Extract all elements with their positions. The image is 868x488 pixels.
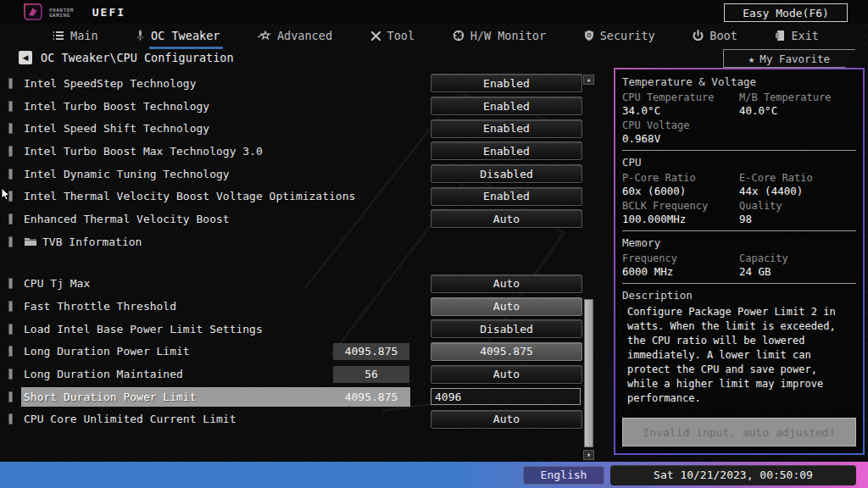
setting-row[interactable]: Long Duration Power Limit4095.8754095.87… xyxy=(0,341,598,363)
setting-bullet-icon xyxy=(8,101,13,112)
setting-bullet-icon xyxy=(8,146,13,157)
tab-label: H/W Monitor xyxy=(470,29,546,42)
setting-row[interactable]: Intel Thermal Velocity Boost Voltage Opt… xyxy=(0,185,598,208)
scroll-up-button[interactable]: ▲ xyxy=(583,75,594,85)
field-grid: Frequency6000 MHzCapacity24 GB xyxy=(622,252,856,278)
easy-mode-button[interactable]: Easy Mode(F6) xyxy=(724,3,848,22)
field-label: P-Core Ratio xyxy=(622,172,739,184)
value-dropdown[interactable]: Enabled xyxy=(431,119,582,138)
menu-icon xyxy=(53,30,64,41)
scroll-down-button[interactable]: ▼ xyxy=(583,450,594,460)
setting-label: CPU Core Unlimited Current Limit xyxy=(24,413,236,425)
language-button[interactable]: English xyxy=(523,466,604,485)
setting-bullet-icon xyxy=(8,391,13,402)
field-value: 34.0°C xyxy=(622,104,739,117)
setting-label: Intel Thermal Velocity Boost Voltage Opt… xyxy=(24,190,355,202)
info-field: E-Core Ratio44x (4400) xyxy=(739,172,856,197)
info-sections: Temperature & VoltageCPU Temperature34.0… xyxy=(622,75,856,406)
setting-row[interactable]: Intel Dynamic Tuning TechnologyDisabled xyxy=(0,163,598,186)
breadcrumb-row: ◀ OC Tweaker\CPU Configuration ★ My Favo… xyxy=(0,49,868,69)
group-gap xyxy=(0,253,598,273)
tab-label: Boot xyxy=(709,29,737,42)
setting-row[interactable]: Long Duration Maintained56Auto xyxy=(0,363,598,385)
info-section: MemoryFrequency6000 MHzCapacity24 GB xyxy=(622,236,856,278)
setting-bullet-icon xyxy=(8,278,13,289)
info-field: M/B Temperature40.0°C xyxy=(739,92,856,117)
value-dropdown[interactable]: Enabled xyxy=(431,141,582,160)
setting-row[interactable]: Short Duration Power Limit4095.8754096 xyxy=(0,385,598,408)
setting-label: Long Duration Power Limit xyxy=(24,345,190,358)
section-title: CPU xyxy=(622,156,856,169)
brand-text: PHANTOM GAMING xyxy=(49,8,74,18)
field-value: 0.968V xyxy=(622,132,739,145)
scrollbar: ▲ ▼ xyxy=(583,75,594,464)
setting-row[interactable]: Intel Turbo Boost Max Technology 3.0Enab… xyxy=(0,140,598,163)
tab-label: Exit xyxy=(791,29,819,42)
field-label: BCLK Frequency xyxy=(622,200,739,212)
tab-label: Main xyxy=(70,29,98,42)
scrollbar-thumb[interactable] xyxy=(584,299,593,447)
value-dropdown[interactable]: Auto xyxy=(431,274,582,293)
info-section: Temperature & VoltageCPU Temperature34.0… xyxy=(622,75,856,145)
setting-row[interactable]: Load Intel Base Power Limit SettingsDisa… xyxy=(0,318,598,341)
setting-row[interactable]: Fast Throttle ThresholdAuto xyxy=(0,295,598,318)
setting-bullet-icon xyxy=(8,169,13,180)
monitor-icon xyxy=(453,30,465,42)
value-dropdown[interactable]: Auto xyxy=(431,410,582,429)
tab-security[interactable]: Security xyxy=(584,24,655,47)
value-input[interactable]: 4096 xyxy=(431,388,581,405)
value-dropdown[interactable]: 4095.875 xyxy=(431,342,582,361)
setting-label: Long Duration Maintained xyxy=(24,368,183,380)
settings-list: Intel SpeedStep TechnologyEnabledIntel T… xyxy=(0,72,598,430)
tab-h-w-monitor[interactable]: H/W Monitor xyxy=(453,24,546,47)
field-label: M/B Temperature xyxy=(739,92,856,103)
info-field: CPU Voltage0.968V xyxy=(622,119,739,145)
value-dropdown[interactable]: Disabled xyxy=(431,319,582,338)
setting-label: CPU Tj Max xyxy=(24,277,90,290)
setting-row[interactable]: Intel SpeedStep TechnologyEnabled xyxy=(0,72,598,95)
setting-row[interactable]: Enhanced Thermal Velocity BoostAuto xyxy=(0,208,598,230)
setting-row[interactable]: CPU Tj MaxAuto xyxy=(0,273,598,296)
footer-bar: English Sat 10/21/2023, 00:50:09 xyxy=(0,462,868,488)
setting-row[interactable]: CPU Core Unlimited Current LimitAuto xyxy=(0,408,598,431)
section-divider xyxy=(622,230,856,231)
exit-icon xyxy=(775,30,785,42)
field-value: 60x (6000) xyxy=(622,185,739,197)
tab-main[interactable]: Main xyxy=(53,24,98,47)
field-value: 40.0°C xyxy=(739,104,856,117)
info-field: Capacity24 GB xyxy=(739,252,856,278)
setting-bullet-icon xyxy=(8,413,13,424)
inline-value: 56 xyxy=(333,366,409,383)
value-dropdown[interactable]: Enabled xyxy=(431,74,582,92)
setting-row[interactable]: Intel Speed Shift TechnologyEnabled xyxy=(0,117,598,140)
value-dropdown[interactable]: Disabled xyxy=(431,164,582,183)
setting-label: Short Duration Power Limit xyxy=(24,391,197,403)
setting-label: Intel Turbo Boost Max Technology 3.0 xyxy=(24,145,263,158)
my-favorite-button[interactable]: ★ My Favorite xyxy=(723,49,855,68)
setting-label: Enhanced Thermal Velocity Boost xyxy=(24,213,230,225)
tab-boot[interactable]: Boot xyxy=(693,24,737,47)
tab-exit[interactable]: Exit xyxy=(775,24,819,47)
back-button[interactable]: ◀ xyxy=(19,51,32,64)
top-bar: PHANTOM GAMING UEFI Easy Mode(F6) xyxy=(0,0,868,24)
power-icon xyxy=(693,30,704,42)
value-dropdown[interactable]: Auto xyxy=(431,297,582,316)
value-dropdown[interactable]: Enabled xyxy=(431,187,582,206)
value-dropdown[interactable]: Auto xyxy=(431,365,582,384)
settings-area: Intel SpeedStep TechnologyEnabledIntel T… xyxy=(0,72,598,455)
setting-bullet-icon xyxy=(8,324,13,335)
value-dropdown[interactable]: Enabled xyxy=(431,97,582,115)
setting-bullet-icon xyxy=(8,346,13,357)
tab-tool[interactable]: Tool xyxy=(370,24,415,47)
value-dropdown[interactable]: Auto xyxy=(431,209,582,228)
field-grid: P-Core Ratio60x (6000)E-Core Ratio44x (4… xyxy=(622,172,856,225)
info-section: DescriptionConfigure Package Power Limit… xyxy=(622,289,856,406)
back-arrow-icon: ◀ xyxy=(23,53,29,62)
tab-label: OC Tweaker xyxy=(151,29,220,42)
setting-row[interactable]: TVB Information xyxy=(0,230,598,253)
tab-advanced[interactable]: Advanced xyxy=(258,24,332,47)
section-title: Memory xyxy=(622,236,856,249)
setting-row[interactable]: Intel Turbo Boost TechnologyEnabled xyxy=(0,95,598,118)
tab-oc-tweaker[interactable]: OC Tweaker xyxy=(136,24,220,47)
section-divider xyxy=(622,283,856,284)
